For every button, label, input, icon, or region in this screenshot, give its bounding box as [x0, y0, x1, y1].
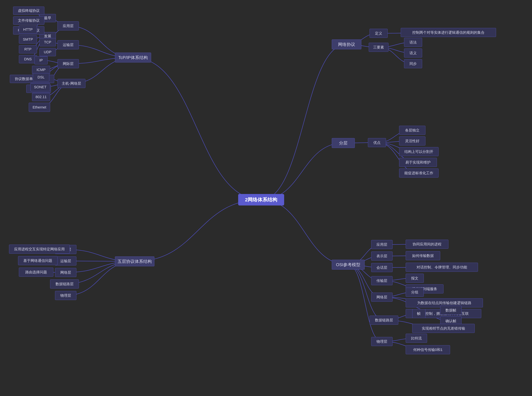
node-layer: 分层: [332, 138, 355, 148]
node-yuyi: 语义: [404, 48, 422, 58]
node-yufa: 语法: [404, 38, 422, 47]
node-proto_three: 三要素: [369, 43, 389, 52]
node-osi_data_frame: 帧: [412, 309, 425, 318]
node-osi_app: 应用层: [371, 240, 393, 249]
node-osi_data_shuju: 数据帧: [440, 306, 462, 315]
node-tcp: TCP: [40, 38, 56, 46]
node-app_layer: 应用层: [57, 21, 79, 30]
node-osi_app_desc: 协同应用间的进程: [406, 240, 448, 249]
node-five_net_desc: 路由选择问题: [19, 268, 53, 277]
node-osi_sess: 会话层: [371, 263, 393, 272]
node-osi_phy_signal: 何种信号传输0和1: [406, 345, 450, 354]
node-proto_def_desc: 控制两个对等实体进行逻辑通信的规则的集合: [401, 28, 496, 37]
node-host_layer: 主机-网络层: [57, 79, 86, 88]
node-std: 能促进标准化工作: [399, 169, 439, 178]
node-osi_pres_desc: 如何传输数据: [406, 251, 440, 260]
node-vte: 虚拟终端协议: [13, 6, 44, 15]
node-undefined: 2网络体系结构: [238, 194, 284, 205]
node-proto_def: 定义: [370, 29, 388, 38]
node-five_app_desc: 应用进程交互实现特定网络应用: [9, 245, 70, 254]
node-icmp: ICMP: [32, 66, 50, 74]
node-trans_layer: 运输层: [57, 40, 79, 49]
node-ip: IP: [34, 56, 48, 64]
node-osi_phy_bit: 比特流: [406, 334, 427, 343]
node-osi_sess_desc: 对话控制、令牌管理、同步功能: [406, 263, 478, 272]
node-wifi: 802.11: [32, 93, 50, 101]
node-osi_net_fenz: 分组: [406, 288, 424, 297]
node-dns: DNS: [19, 55, 37, 63]
node-five_trans_desc: 基于网络通信问题: [18, 256, 57, 265]
node-osi_data_nodiff: 实现相邻节点的无差错传输: [412, 324, 475, 333]
node-rtp: RTP: [19, 45, 37, 53]
node-smtp: SMTP: [19, 35, 37, 44]
node-flex: 灵活性好: [399, 136, 425, 146]
node-five_data: 数据链路层: [50, 280, 79, 289]
node-tongbu: 同步: [404, 59, 422, 68]
node-osi_trans_baowen: 报文: [406, 274, 424, 283]
node-tcpip: TcP/IP体系结构: [115, 52, 151, 63]
node-each_ind: 各层独立: [399, 126, 425, 135]
node-osi_net: 网络层: [371, 293, 393, 302]
node-osi_pres: 表示层: [371, 251, 393, 261]
node-sonet: SONET: [30, 83, 50, 91]
node-five_trans: 运输层: [55, 256, 76, 266]
node-ftp_p: 文件传输协议: [13, 17, 44, 25]
node-net_layer: 网际层: [57, 59, 79, 68]
node-easy: 易于实现和维护: [399, 158, 437, 167]
node-osi: OSI参考模型: [332, 260, 365, 270]
node-struct: 结构上可以分割开: [399, 147, 439, 156]
node-osi_phy: 物理层: [371, 337, 393, 346]
node-http: HTTP: [19, 25, 37, 34]
node-five: 五层协议体系结构: [115, 256, 154, 266]
node-five_phy: 物理层: [55, 291, 76, 300]
node-osi_trans: 传输层: [371, 276, 393, 285]
node-dsl: DSL: [33, 73, 49, 81]
node-osi_data: 数据链路层: [370, 316, 398, 325]
node-five_net: 网络层: [55, 268, 76, 277]
node-udp: UDP: [40, 48, 56, 56]
node-ethernet: Ethernet: [29, 103, 50, 112]
node-protocol: 网络协议: [332, 40, 361, 49]
node-layer_adv: 优点: [368, 138, 386, 147]
